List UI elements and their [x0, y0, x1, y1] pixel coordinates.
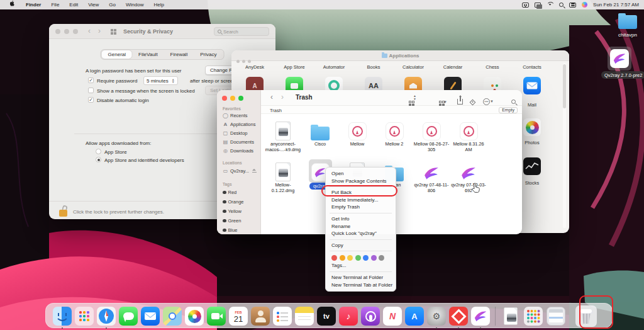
tag-red-icon[interactable] — [331, 255, 337, 261]
menu-item-new-terminal[interactable]: New Terminal at Folder — [326, 274, 396, 282]
file-mellow-dmg[interactable]: Mellow-0.1.22.dmg — [265, 161, 301, 193]
show-all-grid-icon[interactable] — [111, 29, 113, 31]
dock-reminders[interactable] — [273, 307, 292, 326]
tag-green-icon[interactable] — [355, 255, 361, 261]
screen-mirroring-icon[interactable] — [535, 3, 541, 8]
menu-item-rename[interactable]: Rename — [326, 223, 396, 230]
app-label-appstore[interactable]: App Store — [275, 64, 313, 70]
dock-photos[interactable] — [185, 307, 204, 326]
app-label-calendar[interactable]: Calendar — [434, 64, 472, 70]
tag-orange-icon[interactable] — [340, 255, 345, 261]
sidebar-tag-red[interactable]: Red — [223, 190, 236, 195]
dock-system-preferences[interactable]: ⚙ — [427, 307, 446, 326]
search-icon[interactable] — [511, 95, 516, 106]
interval-dropdown[interactable]: 5 minutes▲▼ — [143, 76, 178, 85]
sidebar-tag-orange[interactable]: Orange — [223, 199, 244, 205]
dock-safari[interactable] — [97, 307, 116, 326]
tab-privacy[interactable]: Privacy — [194, 50, 223, 59]
dock-applications-stack[interactable] — [524, 307, 543, 326]
view-options-icon[interactable]: ▼ — [439, 94, 447, 106]
trash-toolbar[interactable]: ‹ › Trash ▲▼ ▼ •••▼ — [261, 90, 522, 106]
tab-filevault[interactable]: FileVault — [132, 50, 164, 59]
dock-finder[interactable] — [53, 307, 72, 326]
zoom-button[interactable] — [73, 29, 78, 34]
sidebar-item-recents[interactable]: ◯Recents — [223, 113, 248, 118]
minimize-button[interactable] — [64, 29, 69, 34]
dock-calendar[interactable]: FEB21 — [229, 307, 248, 326]
file-mellow-4[interactable]: Mellow 8.31.26 AM — [450, 120, 487, 152]
sidebar-tag-blue[interactable]: Blue — [223, 227, 238, 233]
file-qv2ray-screenshot-2[interactable]: qv2ray 07-50-03-692 — [450, 161, 487, 193]
tag-purple-icon[interactable] — [371, 255, 377, 261]
menu-item-show-package-contents[interactable]: Show Package Contents — [326, 178, 396, 185]
app-icon-mail[interactable] — [523, 77, 541, 94]
control-center-icon[interactable] — [569, 3, 576, 8]
radio-identified-developers[interactable] — [96, 157, 101, 162]
menu-window[interactable]: Window — [121, 2, 148, 8]
back-icon[interactable]: ‹ — [270, 93, 273, 101]
menu-item-quick-look[interactable]: Quick Look "qv2ray" — [326, 230, 396, 237]
desktop-icon-qv2ray[interactable] — [610, 49, 629, 68]
file-mellow[interactable]: Mellow — [339, 120, 375, 147]
menu-bar-clock[interactable]: Sun Feb 21 7:57 AM — [593, 2, 639, 8]
menu-item-tags[interactable]: Tags... — [326, 262, 396, 270]
menu-item-delete-immediately[interactable]: Delete Immediately... — [326, 196, 396, 204]
zoom-button[interactable] — [238, 96, 243, 101]
applications-titlebar[interactable]: Applications — [231, 50, 569, 61]
menu-app-name[interactable]: Finder — [21, 2, 46, 8]
menu-go[interactable]: Go — [104, 2, 121, 8]
app-icon-photos[interactable] — [523, 118, 541, 136]
app-label-contacts[interactable]: Contacts — [513, 64, 551, 70]
tag-yellow-icon[interactable] — [347, 255, 353, 261]
menu-item-get-info[interactable]: Get Info — [326, 215, 396, 223]
tag-blue-icon[interactable] — [363, 255, 369, 261]
close-button[interactable] — [222, 96, 227, 101]
desktop-icon-chitavpn-folder[interactable] — [618, 15, 637, 29]
security-search-field[interactable]: Search — [214, 27, 269, 36]
dock-dmg-file[interactable] — [501, 307, 520, 326]
sidebar-item-applications[interactable]: AApplications — [223, 122, 255, 127]
sidebar-item-documents[interactable]: ▤Documents — [223, 139, 254, 145]
dock-facetime[interactable] — [207, 307, 226, 326]
security-titlebar[interactable]: ‹ › Security & Privacy Search — [49, 24, 275, 39]
more-actions-icon[interactable]: •••▼ — [483, 94, 494, 105]
wifi-icon[interactable] — [547, 2, 553, 8]
radio-app-store[interactable] — [96, 149, 101, 154]
forward-icon[interactable]: › — [281, 93, 284, 101]
dock-news[interactable]: N — [383, 307, 402, 326]
file-anyconnect-dmg[interactable]: anyconnect-macos-...-k9.dmg — [265, 120, 301, 152]
file-qv2ray-screenshot-1[interactable]: qv2ray 07-48-11-806 — [413, 161, 450, 193]
dock-qv2ray[interactable] — [471, 307, 490, 326]
dock-notes[interactable] — [295, 307, 314, 326]
unlocked-lock-icon[interactable] — [59, 205, 68, 217]
input-source-icon[interactable] — [522, 3, 529, 8]
dock-anydesk[interactable] — [449, 307, 468, 326]
dock-music[interactable]: ♪ — [339, 307, 358, 326]
menu-item-empty-trash[interactable]: Empty Trash — [326, 203, 396, 211]
menu-help[interactable]: Help — [148, 2, 169, 8]
app-label-calculator[interactable]: Calculator — [394, 64, 432, 70]
menu-item-new-terminal-tab[interactable]: New Terminal Tab at Folder — [326, 282, 396, 289]
menu-edit[interactable]: Edit — [64, 2, 83, 8]
dock-contacts[interactable] — [251, 307, 270, 326]
dock-tv[interactable]: tv — [317, 307, 336, 326]
dock-maps[interactable] — [163, 307, 182, 326]
siri-icon[interactable] — [582, 2, 587, 8]
icon-size-control[interactable]: ▲▼ — [409, 94, 416, 106]
app-label-automator[interactable]: Automator — [315, 64, 353, 70]
file-mellow-3[interactable]: Mellow 08-26-27-305 — [413, 120, 450, 152]
menu-view[interactable]: View — [83, 2, 104, 8]
empty-trash-button[interactable]: Empty — [499, 107, 518, 113]
menu-item-copy[interactable]: Copy — [326, 242, 396, 249]
app-label-chess[interactable]: Chess — [474, 64, 511, 70]
forward-icon[interactable]: › — [98, 26, 101, 35]
dock-messages[interactable] — [119, 307, 138, 326]
menu-file[interactable]: File — [46, 2, 64, 8]
scrollbar-thumb[interactable] — [563, 64, 566, 108]
sidebar-tag-green[interactable]: Green — [223, 218, 241, 224]
app-label-books[interactable]: Books — [355, 64, 392, 70]
dock-minimized-window[interactable] — [547, 307, 565, 326]
dock-launchpad[interactable] — [75, 307, 94, 326]
tab-general[interactable]: General — [102, 50, 132, 59]
sidebar-item-downloads[interactable]: ◎Downloads — [223, 148, 253, 154]
